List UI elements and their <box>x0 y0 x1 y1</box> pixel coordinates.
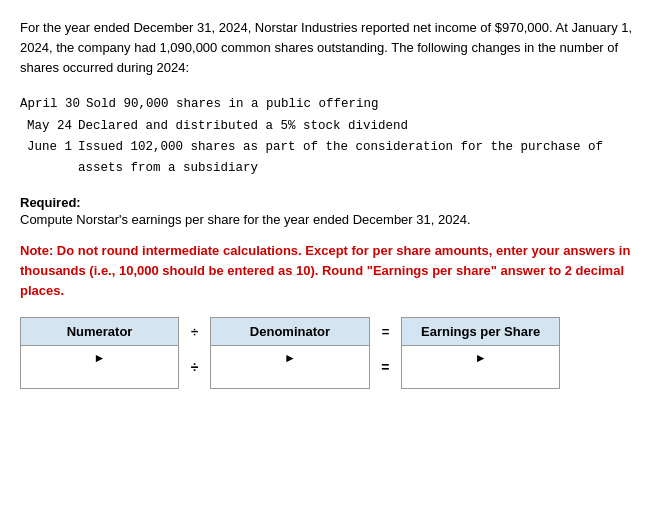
calc-table-wrapper: Numerator ÷ Denominator = Earnings per S… <box>20 317 640 389</box>
event-desc-april: Sold 90,000 shares in a public offering <box>86 94 640 115</box>
event-row-june: June 1 Issued 102,000 shares as part of … <box>20 137 640 180</box>
event-date-april: April 30 <box>20 94 86 115</box>
event-date-june: June 1 <box>20 137 78 158</box>
intro-paragraph: For the year ended December 31, 2024, No… <box>20 18 640 78</box>
event-row-april: April 30 Sold 90,000 shares in a public … <box>20 94 640 115</box>
event-desc-june: Issued 102,000 shares as part of the con… <box>78 137 640 180</box>
numerator-cell[interactable]: ► <box>21 345 179 388</box>
row-divide-op: ÷ <box>179 345 211 388</box>
header-numerator: Numerator <box>21 317 179 345</box>
row-equals-op: = <box>369 345 402 388</box>
note-text: Note: Do not round intermediate calculat… <box>20 241 640 301</box>
event-date-may: May 24 <box>20 116 78 137</box>
header-divide-op: ÷ <box>179 317 211 345</box>
eps-input[interactable] <box>410 365 551 384</box>
event-row-may: May 24 Declared and distributed a 5% sto… <box>20 116 640 137</box>
header-eps: Earnings per Share <box>402 317 560 345</box>
denominator-input[interactable] <box>219 365 360 384</box>
required-text: Compute Norstar's earnings per share for… <box>20 212 471 227</box>
numerator-input[interactable] <box>29 365 170 384</box>
required-section: Required: Compute Norstar's earnings per… <box>20 195 640 230</box>
arrow-indicator-denominator: ► <box>284 351 296 365</box>
header-equals-op: = <box>369 317 402 345</box>
arrow-indicator-numerator: ► <box>94 351 106 365</box>
required-label: Required: <box>20 195 81 210</box>
calc-table: Numerator ÷ Denominator = Earnings per S… <box>20 317 560 389</box>
denominator-cell[interactable]: ► <box>211 345 369 388</box>
data-row: ► ÷ ► = ► <box>21 345 560 388</box>
header-denominator: Denominator <box>211 317 369 345</box>
events-section: April 30 Sold 90,000 shares in a public … <box>20 94 640 179</box>
eps-cell[interactable]: ► <box>402 345 560 388</box>
arrow-indicator-eps: ► <box>475 351 487 365</box>
event-desc-may: Declared and distributed a 5% stock divi… <box>78 116 640 137</box>
